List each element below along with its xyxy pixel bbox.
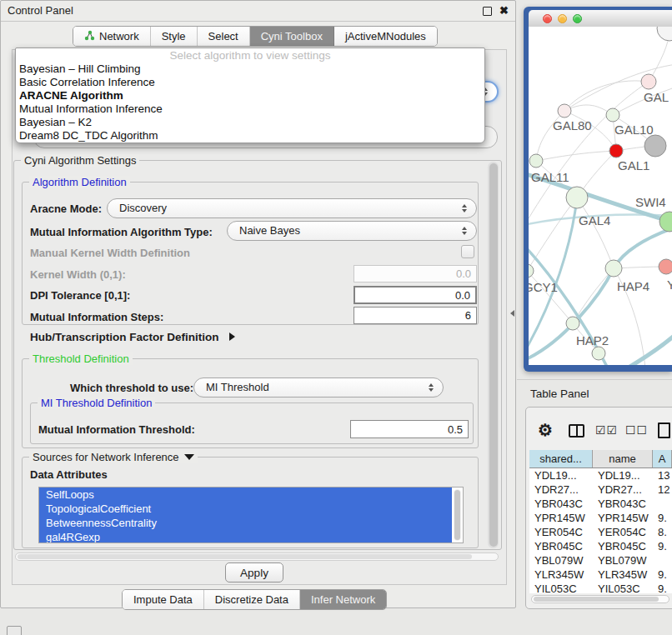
tab-jactivemnodules[interactable]: jActiveMNodules [334,27,437,46]
popup-item-bayesian-k2[interactable]: Bayesian – K2 [16,116,484,129]
network-node[interactable] [609,144,623,158]
sources-header[interactable]: Sources for Network Inference [29,451,198,463]
popup-item-mutual-information[interactable]: Mutual Information Inference [16,102,484,116]
splitter-handle-icon[interactable] [510,310,514,317]
tab-network[interactable]: Network [73,27,151,46]
attribute-list-item[interactable]: gal4RGexp [39,530,452,543]
collapsed-arrow-icon[interactable] [229,332,235,341]
network-node[interactable] [529,154,543,168]
table-row[interactable]: YER054CYER054C8. [529,525,672,539]
control-panel-titlebar: Control Panel ✖ [1,1,515,22]
table-row[interactable]: YDR27...YDR27...12 [529,482,672,497]
table-cell: YBR043C [593,497,653,511]
gear-icon[interactable]: ⚙ [538,420,553,440]
network-window-titlebar[interactable] [529,10,672,28]
scrollbar-thumb[interactable] [454,490,460,540]
network-node[interactable] [592,347,605,360]
network-node[interactable] [657,27,672,41]
apply-button[interactable]: Apply [225,562,283,582]
network-node[interactable] [644,135,666,157]
network-node[interactable] [566,317,579,330]
spinner-arrows-icon [462,227,467,235]
minimized-panel-icon[interactable] [7,626,22,635]
table-cell: 13 [653,468,672,482]
popup-item-aracne[interactable]: ARACNE Algorithm [16,89,484,102]
mi-algorithm-type-combo[interactable]: Naive Bayes [227,221,477,241]
network-node[interactable] [641,74,656,89]
aracne-mode-combo[interactable]: Discovery [107,198,477,218]
table-row[interactable]: YIL053CYIL053C9. [529,582,672,593]
table-row[interactable]: YBL079WYBL079W [529,553,672,568]
spinner-arrows-icon [429,383,434,392]
network-node[interactable] [659,259,672,274]
network-node-label: GAL1 [618,158,649,172]
table-cell: YBL079W [593,553,653,568]
hub-definition-header[interactable]: Hub/Transcription Factor Definition [30,331,235,343]
network-node[interactable] [529,264,534,278]
table-horizontal-scrollbar[interactable] [531,595,669,603]
field-value: 0.5 [448,423,463,436]
mi-steps-field[interactable]: 6 [354,307,477,324]
tab-style[interactable]: Style [151,27,198,46]
manual-kernel-width-checkbox[interactable] [461,245,474,258]
table-row[interactable]: YLR345WYLR345W9. [529,568,672,582]
tab-label: Impute Data [133,593,193,606]
checked-boxes-icon[interactable]: ☑☑ [595,423,618,437]
popup-item-basic-correlation[interactable]: Basic Correlation Inference [16,76,484,89]
unchecked-boxes-icon[interactable]: ☐☐ [625,423,648,437]
close-window-button[interactable] [543,14,552,23]
scrollbar-thumb[interactable] [534,597,659,602]
network-node-label: GAL80 [553,118,592,132]
table-cell: YLR345W [529,568,593,582]
table-cell: YPR145W [529,511,593,525]
table-cell: YDL19... [593,468,653,482]
tab-select[interactable]: Select [198,27,250,46]
dpi-tolerance-label: DPI Tolerance [0,1]: [30,289,130,302]
table-cell: YBR045C [593,539,653,553]
network-node[interactable] [605,260,622,277]
table-row[interactable]: YDL19...YDL19...13 [529,468,672,482]
settings-horizontal-scrollbar[interactable] [15,552,499,561]
attribute-list-item[interactable]: SelfLoops [39,488,452,502]
scrollbar-thumb[interactable] [18,554,472,559]
tab-cyni-toolbox[interactable]: Cyni Toolbox [250,27,334,46]
scrollbar-thumb[interactable] [489,163,498,547]
popup-item-bayesian-hill-climbing[interactable]: Bayesian – Hill Climbing [16,62,484,76]
tab-label: Style [162,30,186,42]
network-view-window[interactable]: GALGAL80GAL10GAL1GAL11GAL4SWI4GCY1HAP4YH… [524,7,672,372]
kernel-width-field[interactable]: 0.0 [354,265,477,282]
attribute-list-item[interactable]: TopologicalCoefficient [39,502,452,516]
table-row[interactable]: YPR145WYPR145W9. [529,511,672,525]
column-header-shared-name[interactable]: shared... [529,450,593,468]
network-node-label: Y [667,278,672,292]
table-row[interactable]: YBR043CYBR043C [529,497,672,511]
network-node[interactable] [606,108,619,122]
network-node[interactable] [566,187,588,208]
mi-threshold-field[interactable]: 0.5 [350,420,469,438]
data-attributes-list[interactable]: SelfLoopsTopologicalCoefficientBetweenne… [38,487,464,543]
float-panel-icon[interactable] [483,7,492,16]
network-node-label: SWI4 [635,195,666,209]
expanded-arrow-icon[interactable] [184,454,194,460]
column-header-partial[interactable]: A [653,450,672,468]
columns-icon[interactable] [569,424,584,438]
table-body: YDL19...YDL19...13YDR27...YDR27...12YBR0… [529,468,672,593]
settings-vertical-scrollbar[interactable] [488,162,499,548]
tab-discretize-data[interactable]: Discretize Data [204,590,300,609]
document-icon[interactable] [658,422,670,438]
tab-label: Select [208,30,238,42]
dpi-tolerance-field[interactable]: 0.0 [354,286,477,304]
close-panel-icon[interactable]: ✖ [499,1,509,21]
minimize-window-button[interactable] [558,14,567,23]
table-row[interactable]: YBR045CYBR045C9. [529,539,672,553]
popup-item-dream8[interactable]: Dream8 DC_TDC Algorithm [16,129,484,142]
network-canvas[interactable]: GALGAL80GAL10GAL1GAL11GAL4SWI4GCY1HAP4YH… [529,27,672,365]
which-threshold-combo[interactable]: MI Threshold [193,378,444,398]
network-node[interactable] [558,104,571,118]
zoom-window-button[interactable] [573,14,582,23]
list-vertical-scrollbar[interactable] [454,489,461,541]
tab-infer-network[interactable]: Infer Network [300,590,386,609]
tab-impute-data[interactable]: Impute Data [123,590,204,609]
column-header-name[interactable]: name [593,450,653,468]
attribute-list-item[interactable]: BetweennessCentrality [39,516,452,530]
